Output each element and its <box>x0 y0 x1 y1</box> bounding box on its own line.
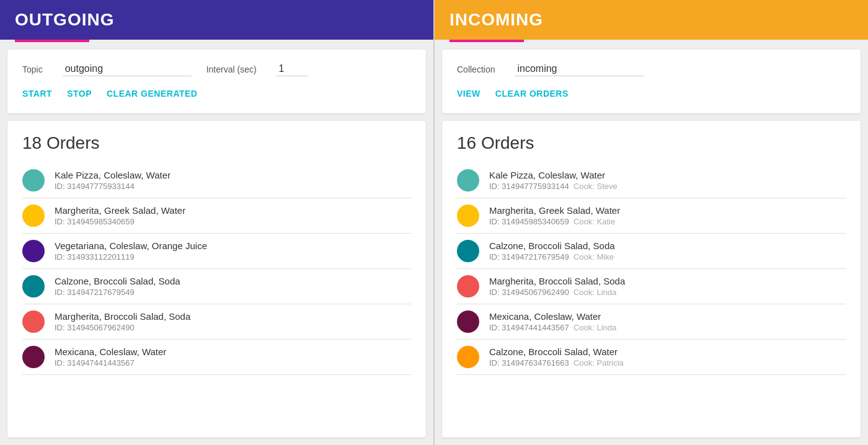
table-row: Kale Pizza, Coleslaw, Water ID: 31494777… <box>457 163 846 198</box>
order-color-dot <box>22 311 45 333</box>
order-color-dot <box>22 346 45 368</box>
order-name: Calzone, Broccoli Salad, Soda <box>55 276 411 286</box>
order-cook: Cook: Linda <box>574 288 616 297</box>
table-row: Calzone, Broccoli Salad, Soda ID: 314947… <box>457 234 846 269</box>
order-name: Mexicana, Coleslaw, Water <box>489 311 846 322</box>
outgoing-actions: START STOP CLEAR GENERATED <box>22 86 411 101</box>
order-cook: Cook: Patricia <box>574 358 624 368</box>
order-meta: ID: 314945985340659 Cook: Katie <box>489 217 846 226</box>
order-meta: ID: 314947634761663 Cook: Patricia <box>489 358 846 368</box>
incoming-control-card: Collection VIEW CLEAR ORDERS <box>442 50 861 113</box>
order-meta: ID: 314947441443567 Cook: Linda <box>489 323 846 332</box>
order-color-dot <box>22 275 45 297</box>
order-color-dot <box>22 205 45 227</box>
incoming-orders-list: Kale Pizza, Coleslaw, Water ID: 31494777… <box>457 163 846 375</box>
topic-label: Topic <box>22 64 43 74</box>
order-meta: ID: 314947217679549 Cook: Mike <box>489 252 846 262</box>
clear-orders-button[interactable]: CLEAR ORDERS <box>495 86 569 101</box>
table-row: Mexicana, Coleslaw, Water ID: 3149474414… <box>22 340 411 375</box>
stop-button[interactable]: STOP <box>67 86 92 101</box>
order-id: ID: 314933112201119 <box>55 252 411 262</box>
clear-generated-button[interactable]: CLEAR GENERATED <box>107 86 197 101</box>
topic-input[interactable] <box>63 62 192 76</box>
table-row: Kale Pizza, Coleslaw, Water ID: 31494777… <box>22 163 411 198</box>
outgoing-orders-card: 18 Orders Kale Pizza, Coleslaw, Water ID… <box>7 121 426 438</box>
order-cook: Cook: Mike <box>574 252 614 262</box>
order-color-dot <box>457 240 479 262</box>
collection-label: Collection <box>457 64 495 74</box>
order-meta: ID: 314947775933144 Cook: Steve <box>489 182 846 191</box>
table-row: Margherita, Broccoli Salad, Soda ID: 314… <box>457 269 846 304</box>
incoming-orders-card: 16 Orders Kale Pizza, Coleslaw, Water ID… <box>442 121 861 438</box>
outgoing-orders-list: Kale Pizza, Coleslaw, Water ID: 31494777… <box>22 163 411 375</box>
table-row: Margherita, Greek Salad, Water ID: 31494… <box>22 198 411 234</box>
order-name: Margherita, Greek Salad, Water <box>489 205 846 216</box>
order-info: Mexicana, Coleslaw, Water ID: 3149474414… <box>55 346 411 368</box>
order-cook: Cook: Linda <box>574 323 616 332</box>
table-row: Vegetariana, Coleslaw, Orange Juice ID: … <box>22 234 411 269</box>
order-cook: Cook: Katie <box>574 217 615 226</box>
outgoing-title: OUTGOING <box>15 10 114 30</box>
order-meta: ID: 314945067962490 Cook: Linda <box>489 288 846 297</box>
order-color-dot <box>22 169 45 192</box>
table-row: Calzone, Broccoli Salad, Water ID: 31494… <box>457 340 846 375</box>
incoming-header: INCOMING <box>435 0 868 40</box>
table-row: Margherita, Broccoli Salad, Soda ID: 314… <box>22 304 411 340</box>
order-color-dot <box>457 346 479 368</box>
outgoing-orders-count: 18 Orders <box>22 133 411 153</box>
order-info: Vegetariana, Coleslaw, Orange Juice ID: … <box>55 240 411 262</box>
start-button[interactable]: START <box>22 86 52 101</box>
order-info: Calzone, Broccoli Salad, Soda ID: 314947… <box>55 276 411 297</box>
order-id: ID: 314945985340659 <box>55 217 411 226</box>
order-name: Calzone, Broccoli Salad, Water <box>489 346 846 357</box>
order-info: Margherita, Greek Salad, Water ID: 31494… <box>489 205 846 226</box>
order-name: Kale Pizza, Coleslaw, Water <box>489 170 846 180</box>
order-info: Calzone, Broccoli Salad, Soda ID: 314947… <box>489 240 846 262</box>
order-name: Margherita, Greek Salad, Water <box>55 205 411 216</box>
order-info: Margherita, Broccoli Salad, Soda ID: 314… <box>55 311 411 332</box>
order-name: Margherita, Broccoli Salad, Soda <box>55 311 411 322</box>
order-name: Margherita, Broccoli Salad, Soda <box>489 276 846 286</box>
order-name: Mexicana, Coleslaw, Water <box>55 346 411 357</box>
order-info: Calzone, Broccoli Salad, Water ID: 31494… <box>489 346 846 368</box>
incoming-title: INCOMING <box>450 10 543 30</box>
incoming-orders-count: 16 Orders <box>457 133 846 153</box>
order-color-dot <box>457 311 479 333</box>
table-row: Margherita, Greek Salad, Water ID: 31494… <box>457 198 846 234</box>
order-name: Vegetariana, Coleslaw, Orange Juice <box>55 240 411 251</box>
order-info: Kale Pizza, Coleslaw, Water ID: 31494777… <box>55 170 411 191</box>
outgoing-panel: OUTGOING Topic Interval (sec) START STOP… <box>0 0 435 445</box>
order-id: ID: 314947217679549 <box>55 288 411 297</box>
order-info: Mexicana, Coleslaw, Water ID: 3149474414… <box>489 311 846 332</box>
outgoing-header: OUTGOING <box>0 0 433 40</box>
collection-input[interactable] <box>515 62 644 76</box>
order-color-dot <box>457 169 479 192</box>
interval-label: Interval (sec) <box>206 64 257 74</box>
order-color-dot <box>457 275 479 297</box>
order-color-dot <box>457 205 479 227</box>
view-button[interactable]: VIEW <box>457 86 480 101</box>
order-id: ID: 314947441443567 <box>55 358 411 368</box>
incoming-actions: VIEW CLEAR ORDERS <box>457 86 846 101</box>
order-id: ID: 314945067962490 <box>55 323 411 332</box>
order-info: Margherita, Greek Salad, Water ID: 31494… <box>55 205 411 226</box>
order-name: Calzone, Broccoli Salad, Soda <box>489 240 846 251</box>
table-row: Calzone, Broccoli Salad, Soda ID: 314947… <box>22 269 411 304</box>
table-row: Mexicana, Coleslaw, Water ID: 3149474414… <box>457 304 846 340</box>
order-name: Kale Pizza, Coleslaw, Water <box>55 170 411 180</box>
incoming-pink-bar <box>450 40 524 42</box>
outgoing-pink-bar <box>15 40 89 42</box>
order-info: Margherita, Broccoli Salad, Soda ID: 314… <box>489 276 846 297</box>
order-id: ID: 314947775933144 <box>55 182 411 191</box>
interval-input[interactable] <box>277 62 308 76</box>
outgoing-control-card: Topic Interval (sec) START STOP CLEAR GE… <box>7 50 426 113</box>
order-info: Kale Pizza, Coleslaw, Water ID: 31494777… <box>489 170 846 191</box>
incoming-panel: INCOMING Collection VIEW CLEAR ORDERS 16… <box>435 0 868 445</box>
order-color-dot <box>22 240 45 262</box>
order-cook: Cook: Steve <box>574 182 618 191</box>
